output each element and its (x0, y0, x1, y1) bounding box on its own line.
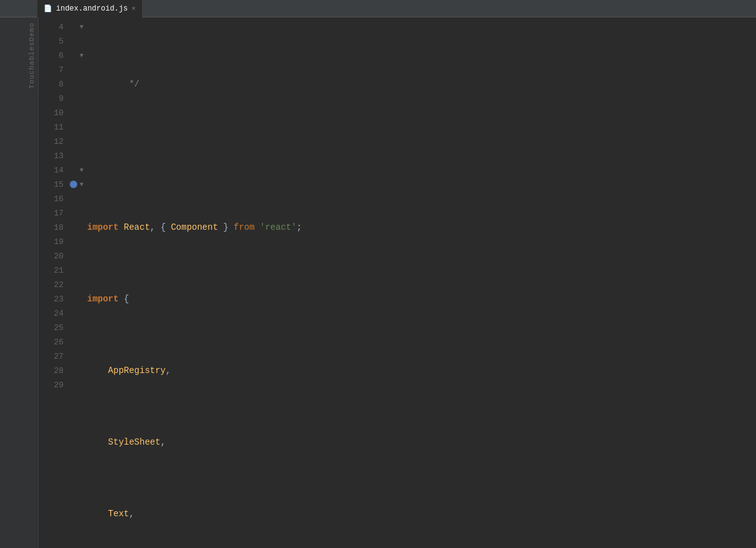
line-num-18: 18 (39, 220, 64, 235)
gutter-19 (70, 235, 85, 249)
code-9-comma: , (161, 435, 166, 450)
code-8-indent (87, 364, 108, 378)
code-6-from: from (234, 220, 260, 235)
code-10-text: Text (108, 507, 130, 521)
gutter-9 (70, 92, 85, 106)
line-num-8: 8 (39, 77, 64, 92)
code-6-brace1: { (161, 220, 171, 235)
code-10-comma: , (129, 507, 134, 521)
gutter-16 (70, 192, 85, 206)
gutter-22 (70, 278, 85, 292)
code-line-4: */ (87, 77, 756, 92)
code-line-10: Text , (87, 507, 756, 521)
line-num-20: 20 (39, 249, 64, 263)
line-num-10: 10 (39, 106, 64, 120)
line-num-16: 16 (39, 192, 64, 206)
line-numbers: 4 5 6 7 8 9 10 11 12 13 14 15 16 17 18 1… (39, 17, 70, 548)
gutter: ▼ ▼ ▼ ▼ (70, 17, 85, 548)
gutter-12 (70, 135, 85, 149)
line-num-4: 4 (39, 20, 64, 34)
code-line-8: AppRegistry , (87, 364, 756, 378)
line-num-5: 5 (39, 34, 64, 49)
code-6-import: import (87, 220, 124, 235)
fold-arrow-4[interactable]: ▼ (80, 24, 83, 31)
line-num-11: 11 (39, 120, 64, 135)
gutter-8 (70, 77, 85, 92)
line-num-21: 21 (39, 263, 64, 278)
line-num-19: 19 (39, 235, 64, 249)
gutter-17 (70, 206, 85, 220)
gutter-6[interactable]: ▼ (70, 49, 85, 63)
line-num-28: 28 (39, 364, 64, 378)
code-area: TouchablesDemo 4 5 6 7 8 9 10 11 12 13 1… (0, 17, 756, 548)
fold-arrow-14[interactable]: ▼ (80, 167, 83, 174)
active-tab[interactable]: 📄 index.android.js × (37, 0, 143, 17)
tab-close-button[interactable]: × (131, 5, 136, 12)
gutter-23 (70, 292, 85, 306)
line-num-17: 17 (39, 206, 64, 220)
tab-filename: index.android.js (56, 4, 128, 13)
breakpoint-dot-15[interactable] (70, 181, 77, 188)
line-num-7: 7 (39, 63, 64, 77)
sidebar-project-label: TouchablesDemo (28, 22, 35, 88)
gutter-10 (70, 106, 85, 120)
gutter-21 (70, 263, 85, 278)
code-6-component: Component (171, 220, 218, 235)
code-6-semi: ; (296, 220, 301, 235)
line-num-22: 22 (39, 278, 64, 292)
code-6-react: React (124, 220, 150, 235)
gutter-5 (70, 34, 85, 49)
gutter-24 (70, 306, 85, 321)
code-4-comment: */ (87, 77, 139, 92)
gutter-28 (70, 364, 85, 378)
line-num-26: 26 (39, 335, 64, 349)
code-line-7: import { (87, 292, 756, 306)
gutter-13 (70, 149, 85, 163)
gutter-26 (70, 335, 85, 349)
code-8-comma: , (166, 364, 171, 378)
gutter-25 (70, 321, 85, 335)
gutter-4[interactable]: ▼ (70, 20, 85, 34)
line-num-23: 23 (39, 292, 64, 306)
code-line-5 (87, 149, 756, 163)
line-num-15: 15 (39, 177, 64, 192)
line-num-12: 12 (39, 135, 64, 149)
file-icon: 📄 (44, 4, 52, 12)
line-num-29: 29 (39, 378, 64, 392)
fold-arrow-15[interactable]: ▼ (80, 181, 83, 188)
code-9-stylesheet: StyleSheet (108, 435, 161, 450)
line-num-27: 27 (39, 349, 64, 364)
code-line-9: StyleSheet , (87, 435, 756, 450)
code-6-react-str: 'react' (260, 220, 296, 235)
gutter-18 (70, 220, 85, 235)
gutter-20 (70, 249, 85, 263)
code-9-indent (87, 435, 108, 450)
line-num-9: 9 (39, 92, 64, 106)
gutter-27 (70, 349, 85, 364)
code-7-import: import (87, 292, 124, 306)
line-num-13: 13 (39, 149, 64, 163)
line-num-6: 6 (39, 49, 64, 63)
code-7-brace: { (124, 292, 129, 306)
fold-arrow-6[interactable]: ▼ (80, 52, 83, 59)
gutter-29 (70, 378, 85, 392)
tab-bar: 📄 index.android.js × (0, 0, 756, 17)
code-line-6: import React , { Component } from 'react… (87, 220, 756, 235)
line-num-24: 24 (39, 306, 64, 321)
line-num-25: 25 (39, 321, 64, 335)
gutter-15[interactable]: ▼ (70, 177, 85, 192)
code-6-comma: , (150, 220, 161, 235)
code-8-appregistry: AppRegistry (108, 364, 166, 378)
editor-container: 📄 index.android.js × TouchablesDemo 4 5 … (0, 0, 756, 548)
gutter-11 (70, 120, 85, 135)
gutter-7 (70, 63, 85, 77)
code-6-brace2: } (218, 220, 234, 235)
line-num-14: 14 (39, 163, 64, 177)
code-10-indent (87, 507, 108, 521)
code-content[interactable]: */ import React , { Component } from 're… (85, 17, 756, 548)
sidebar-strip: TouchablesDemo (0, 17, 39, 548)
gutter-14[interactable]: ▼ (70, 163, 85, 177)
